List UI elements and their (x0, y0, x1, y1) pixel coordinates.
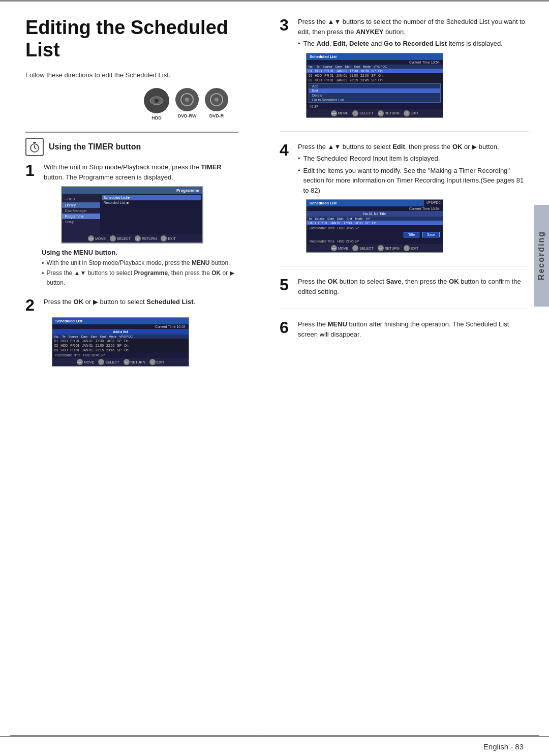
sch1-nav: ⟺ MOVE ○ SELECT ↩ RETURN □ EXIT (52, 358, 189, 366)
edit-screen-wrapper: Scheduled List VPS/PDC Current Time 10:5… (296, 199, 529, 253)
nav-move: ⟺ MOVE (331, 245, 349, 251)
scheduled-screen-1-wrapper: Scheduled List Current Time 10:54 Add a … (42, 317, 238, 367)
svg-line-10 (35, 148, 36, 149)
svg-point-5 (215, 98, 219, 102)
sch1-recordable: Recordable Time HDD 30:45 SP (52, 352, 189, 358)
sidebar-library: Library (62, 202, 100, 208)
sch2-nav: ⟺ MOVE ○ SELECT ↩ RETURN □ EXIT (307, 109, 443, 117)
edit-time: Current Time 10:54 (307, 206, 443, 211)
intro-text: Follow these directions to edit the Sche… (25, 71, 238, 79)
right-column: 3 Press the ▲▼ buttons to select the num… (259, 2, 549, 735)
step-4-text: Press the ▲▼ buttons to select Edit, the… (298, 142, 529, 152)
hdd-icon-box: HDD (144, 88, 169, 120)
edit-recordable1: Recordable Time HDD 30:45 SP (307, 225, 443, 231)
svg-point-1 (155, 99, 159, 103)
programme-body: ⬦ HDD Library Disc Manager Programme Set… (62, 194, 202, 234)
edit-row: HDDPR 01JAN 0117:3018:30SPOn (307, 221, 443, 225)
nav-exit: □ EXIT (404, 110, 419, 116)
nav-exit: □ EXIT (149, 359, 165, 365)
nav-return: ↩ RETURN (135, 235, 157, 241)
dvdrw-label: DVD-RW (178, 113, 197, 118)
programme-nav: ⟺ MOVE ○ SELECT ↩ RETURN □ EXIT (62, 234, 202, 243)
edit-header-row: Scheduled List VPS/PDC (307, 200, 443, 206)
nav-move: ⟺ MOVE (77, 359, 95, 365)
save-button[interactable]: Save (422, 232, 440, 237)
nav-return: ↩ RETURN (378, 245, 400, 251)
step-4-content: Press the ▲▼ buttons to select Edit, the… (298, 142, 529, 196)
edit-recordable2: Recordable Time HDD 35:45 SP (307, 238, 443, 244)
nav-move: ⟺ MOVE (331, 110, 349, 116)
sch1-time: Current Time 10:54 (52, 324, 189, 329)
sch2-row-1: 01HDDPR 01JAN 0117:3018:30SPOn (307, 69, 443, 73)
nav-return: ↩ RETURN (124, 359, 145, 365)
title-button[interactable]: Title (404, 232, 419, 237)
menu-edit: Edit (309, 88, 440, 93)
nav-exit: □ EXIT (404, 245, 419, 251)
sch1-row-1: 01HDDPR 01JAN 0117:3018:30SPOn (52, 339, 189, 343)
step-3-text: Press the ▲▼ buttons to select the numbe… (298, 17, 529, 37)
step-6-text: Press the MENU button after finishing th… (298, 319, 529, 339)
menu-delete: Delete (309, 93, 440, 98)
menu-add: Add (309, 84, 440, 88)
nav-exit: □ EXIT (161, 235, 176, 241)
nav-select: ○ SELECT (98, 359, 119, 365)
bottom-bar: English - 83 (0, 736, 549, 756)
nav-move: ⟺ MOVE (88, 235, 106, 241)
dvdrw-icon (175, 88, 199, 111)
step-5-header: 5 Press the OK button to select Save, th… (280, 277, 529, 296)
left-column: Editing the Scheduled List Follow these … (0, 2, 259, 735)
step-4-number: 4 (280, 142, 294, 158)
nav-select: ○ SELECT (352, 110, 373, 116)
nav-select: ○ SELECT (110, 235, 131, 241)
programme-title: Programme (62, 187, 202, 194)
step-5-text: Press the OK button to select Save, then… (298, 277, 529, 296)
step-3-bullet-text: The Add, Edit, Delete and Go to Recorded… (303, 39, 503, 49)
recording-sidebar: Recording (534, 205, 549, 307)
step-1-text: With the unit in Stop mode/Playback mode… (44, 162, 238, 182)
timer-icon (25, 138, 44, 156)
edit-no-title: No.01 No Title (307, 211, 443, 217)
step-6-header: 6 Press the MENU button after finishing … (280, 319, 529, 339)
menu-goto: Go to Recorded List (309, 98, 440, 102)
step-2-text: Press the OK or ▶ button to select Sched… (44, 297, 195, 307)
scheduled-screen-2-wrapper: Scheduled List Current Time 10:54 No.ToS… (296, 53, 529, 118)
menu-bullet-2: • Press the ▲▼ buttons to select Program… (42, 268, 238, 288)
edit-title: Scheduled List (307, 200, 424, 206)
scheduled-list-item: Scheduled List ▶ (102, 195, 201, 200)
nav-return: ↩ RETURN (378, 110, 400, 116)
timer-title: Using the TIMER button (49, 142, 141, 152)
svg-point-3 (185, 98, 189, 102)
sch2-time: Current Time 10:54 (307, 60, 443, 65)
page: Editing the Scheduled List Follow these … (0, 0, 549, 756)
step-6: 6 Press the MENU button after finishing … (280, 319, 529, 351)
programme-main: Scheduled List ▶ Recorded List ▶ (100, 194, 202, 234)
sidebar-disc: Disc Manager (62, 208, 100, 214)
hdd-label: HDD (151, 115, 162, 120)
step-1: 1 With the unit in Stop mode/Playback mo… (25, 162, 238, 288)
sch2-cols: No.ToSourceDateStartEndModeVPS/PDC (307, 65, 443, 69)
sidebar-setup: Setup (62, 219, 100, 225)
icons-row: HDD DVD-RW DVD-R (25, 88, 238, 120)
edit-cols: ToSourceDateStartEndModeV.P (307, 217, 443, 221)
step-2-number: 2 (25, 297, 40, 313)
scheduled-screen-2: Scheduled List Current Time 10:54 No.ToS… (306, 53, 443, 118)
step-5-number: 5 (280, 277, 294, 293)
recorded-list-item: Recorded List ▶ (102, 200, 201, 205)
using-menu-title: Using the MENU button. (42, 249, 238, 256)
sch1-title: Scheduled List (55, 319, 82, 323)
menu-bullet-1: • With the unit in Stop mode/Playback mo… (42, 258, 238, 268)
sch1-header: Scheduled List (52, 318, 189, 324)
sch2-footer: 45 SP (307, 104, 443, 109)
page-title: Editing the Scheduled List (25, 17, 238, 61)
edit-vps: VPS/PDC (424, 200, 443, 206)
sch2-row-2: 02HDDPR 01JAN 0121:0022:00SPOn (307, 73, 443, 78)
using-menu-section: Using the MENU button. • With the unit i… (42, 249, 238, 288)
dvdr-label: DVD-R (209, 113, 224, 118)
sch2-row-3: 03HDDPR 01JAN 0123:1523:45SPOn (307, 78, 443, 82)
step-3: 3 Press the ▲▼ buttons to select the num… (280, 17, 529, 132)
dvdrw-icon-box: DVD-RW (175, 88, 199, 120)
step-3-number: 3 (280, 17, 294, 33)
dvdr-icon (205, 88, 228, 111)
edit-nav: ⟺ MOVE ○ SELECT ↩ RETURN □ EXIT (307, 244, 443, 252)
edit-buttons: Title Save (307, 231, 443, 238)
